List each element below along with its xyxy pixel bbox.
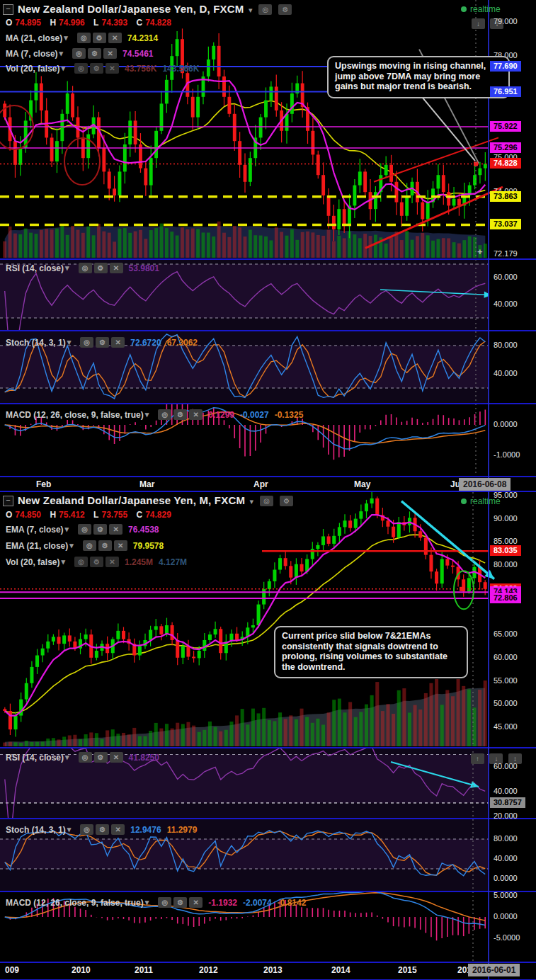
gear-icon-button[interactable]: ⚙ [90, 557, 103, 567]
gear-icon-button[interactable]: ⚙ [90, 63, 103, 74]
gear-icon-button[interactable]: ⚙ [278, 4, 292, 15]
y-axis-tick: 60.000 [494, 653, 518, 661]
panel-label[interactable]: Stoch (14, 3, 1) [6, 338, 66, 348]
price-badge-magenta: 72.806 [490, 593, 521, 603]
gear-icon-button[interactable]: ⚙ [94, 752, 108, 763]
close-icon-button[interactable]: ✕ [189, 897, 203, 908]
close-icon-button[interactable]: ✕ [106, 63, 119, 74]
indicator-label[interactable]: Vol (20, false) [6, 557, 59, 567]
symbol-dropdown-daily[interactable]: New Zealand Dollar/Japanese Yen, D, FXCM… [18, 3, 252, 16]
close-label: C [137, 18, 143, 28]
close-icon-button[interactable]: ✕ [106, 557, 119, 567]
annotation-note-daily[interactable]: Upswings moving in rising channel, jump … [327, 56, 510, 98]
eye-icon-button[interactable]: ◎ [83, 540, 96, 551]
y-axis-tick: -1.0000 [494, 450, 520, 459]
eye-icon-button[interactable]: ◎ [77, 33, 91, 43]
scroll-to-realtime-button[interactable]: + [477, 246, 483, 257]
chevron-down-icon[interactable]: ▾ [65, 753, 69, 762]
eye-icon-button[interactable]: ◎ [74, 557, 88, 567]
indicator-label[interactable]: MA (21, close) [6, 33, 62, 43]
price-badge-blue: 76.951 [490, 86, 521, 97]
close-icon-button[interactable]: ✕ [103, 48, 117, 59]
chevron-down-icon[interactable]: ▾ [69, 541, 74, 550]
x-axis-label: Mar [139, 479, 154, 489]
indicator-label[interactable]: MA (7, close) [6, 49, 58, 59]
gear-icon-button[interactable]: ⚙ [93, 524, 107, 535]
y-axis-tick: 40.000 [494, 854, 518, 862]
close-icon-button[interactable]: ✕ [110, 752, 123, 763]
chart-title-daily: New Zealand Dollar/Japanese Yen, D, FXCM [18, 3, 244, 15]
gear-icon-button[interactable]: ⚙ [173, 897, 187, 908]
eye-icon-button[interactable]: ◎ [80, 337, 93, 348]
panel-value: -1.1932 [208, 898, 237, 908]
panel-header-macd-daily: MACD (12, 26, close, 9, false, true)▾ ◎⚙… [6, 409, 303, 420]
panel-label[interactable]: MACD (12, 26, close, 9, false, true) [6, 898, 144, 908]
chevron-down-icon[interactable]: ▾ [59, 49, 64, 58]
panel-label[interactable]: RSI (14, close) [6, 263, 64, 273]
price-badge-red: 74.828 [490, 158, 521, 169]
eye-icon-button[interactable]: ◎ [78, 524, 91, 535]
indicator-value: 79.9578 [133, 541, 164, 551]
chevron-down-icon[interactable]: ▾ [65, 263, 69, 273]
gear-icon-button[interactable]: ⚙ [173, 409, 187, 420]
eye-icon-button[interactable]: ◎ [158, 897, 171, 908]
eye-icon-button[interactable]: ◎ [79, 752, 92, 763]
y-axis-tick: -5.0000 [494, 933, 520, 942]
eye-icon-button[interactable]: ◎ [79, 263, 92, 273]
panel-label[interactable]: RSI (14, close) [6, 753, 64, 763]
indicator-row-ema21: EMA (21, close)▾ ◎⚙✕ 79.9578 [6, 540, 164, 551]
chevron-down-icon[interactable]: ▾ [145, 410, 149, 419]
arrow-up-icon-button[interactable]: ↑ [471, 753, 484, 764]
chevron-down-icon[interactable]: ▾ [64, 33, 68, 42]
eye-icon-button[interactable]: ◎ [74, 63, 88, 74]
indicator-row-vol: Vol (20, false)▾ ◎⚙✕ 1.245M 4.127M [6, 557, 187, 567]
chevron-down-icon[interactable]: ▾ [61, 64, 65, 73]
eye-icon-button[interactable]: ◎ [158, 409, 171, 420]
gear-icon-button[interactable]: ⚙ [93, 33, 106, 43]
x-axis-label: 2011 [135, 965, 153, 975]
chevron-down-icon[interactable]: ▾ [145, 898, 149, 907]
gear-icon-button[interactable]: ⚙ [96, 824, 109, 835]
gear-icon-button[interactable]: ⚙ [88, 48, 101, 59]
close-icon-button[interactable]: ✕ [108, 33, 122, 43]
indicator-row-ema7: EMA (7, close)▾ ◎⚙✕ 76.4538 [6, 524, 159, 535]
indicator-label[interactable]: EMA (7, close) [6, 525, 64, 535]
arrow-down-icon-button[interactable]: ↓ [472, 18, 485, 29]
panel-value: 53.9801 [129, 263, 159, 273]
close-icon-button[interactable]: ✕ [110, 263, 123, 273]
panel-label[interactable]: Stoch (14, 3, 1) [6, 825, 66, 835]
indicator-label[interactable]: EMA (21, close) [6, 541, 68, 551]
chevron-down-icon[interactable]: ▾ [61, 557, 65, 566]
gear-icon-button[interactable]: ⚙ [96, 337, 109, 348]
collapse-icon[interactable]: − [3, 496, 13, 506]
gear-icon-button[interactable]: ⚙ [98, 540, 112, 551]
symbol-dropdown-monthly[interactable]: New Zealand Dollar/Japanese Yen, M, FXCM… [18, 494, 253, 507]
chevron-down-icon[interactable]: ▾ [65, 525, 69, 534]
gear-icon-button[interactable]: ⚙ [94, 263, 108, 273]
collapse-icon[interactable]: − [3, 4, 13, 15]
close-icon-button[interactable]: ✕ [111, 824, 125, 835]
indicator-value: 1.245M [125, 557, 153, 567]
eye-icon-button[interactable]: ◎ [80, 824, 93, 835]
eye-icon-button[interactable]: ◎ [258, 4, 272, 15]
chevron-down-icon[interactable]: ▾ [67, 338, 72, 347]
y-axis-tick: 0.0000 [494, 912, 518, 921]
chart-title-monthly: New Zealand Dollar/Japanese Yen, M, FXCM [18, 494, 245, 506]
eye-icon-button[interactable]: ◎ [260, 496, 273, 506]
panel-header-stoch-daily: Stoch (14, 3, 1)▾ ◎⚙✕ 72.6720 67.3062 [6, 337, 198, 348]
y-axis-tick: 45.000 [494, 722, 518, 731]
indicator-label[interactable]: Vol (20, false) [6, 64, 59, 74]
gear-icon-button[interactable]: ⚙ [280, 496, 293, 506]
panel-value: -0.8142 [278, 898, 307, 908]
close-icon-button[interactable]: ✕ [109, 524, 122, 535]
close-value: 74.829 [145, 510, 171, 520]
panel-label[interactable]: MACD (12, 26, close, 9, false, true) [6, 410, 144, 420]
x-axis-label: 2010 [72, 965, 91, 975]
annotation-note-monthly[interactable]: Current price slid below 7&21EMAs consis… [274, 626, 468, 678]
close-icon-button[interactable]: ✕ [189, 409, 203, 420]
chevron-down-icon: ▾ [249, 6, 253, 14]
chevron-down-icon[interactable]: ▾ [67, 825, 72, 834]
close-icon-button[interactable]: ✕ [111, 337, 125, 348]
eye-icon-button[interactable]: ◎ [72, 48, 86, 59]
close-icon-button[interactable]: ✕ [114, 540, 127, 551]
